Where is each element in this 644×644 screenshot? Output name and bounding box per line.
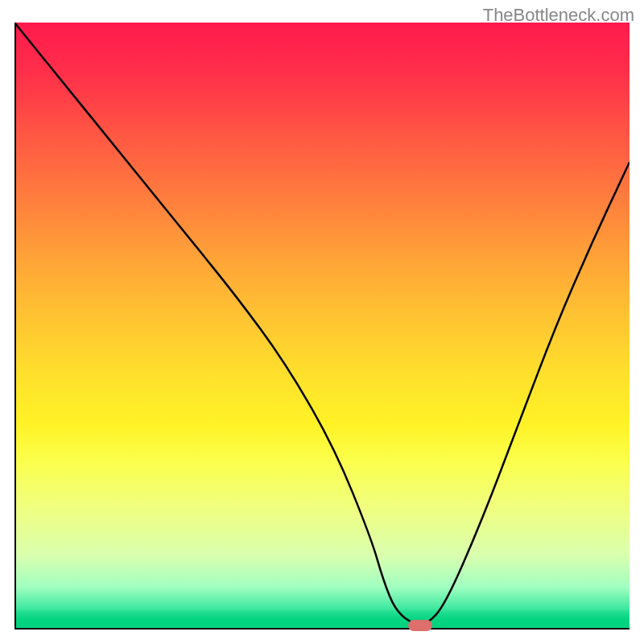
bottleneck-curve bbox=[14, 23, 630, 625]
curve-svg bbox=[14, 23, 630, 630]
optimum-marker bbox=[408, 620, 432, 631]
chart-container: TheBottleneck.com bbox=[0, 0, 644, 644]
watermark-text: TheBottleneck.com bbox=[483, 5, 634, 26]
